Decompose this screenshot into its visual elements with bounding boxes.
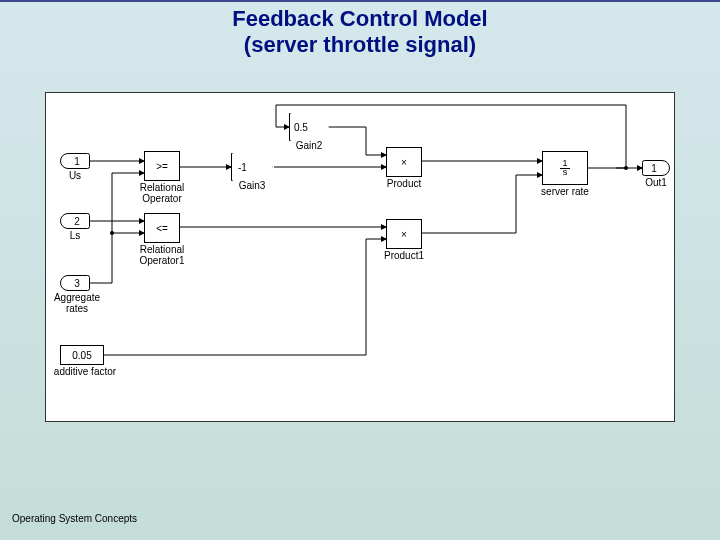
slide-footer: Operating System Concepts (12, 513, 137, 524)
inport-aggregate-label: Aggregate rates (52, 293, 102, 314)
relop-ge-op: >= (156, 161, 168, 172)
product-label: Product (376, 179, 432, 190)
outport-1-num: 1 (651, 163, 657, 174)
product1-label: Product1 (376, 251, 432, 262)
svg-point-1 (624, 166, 628, 170)
integrator-block: 1 s (542, 151, 588, 185)
product1-sym: × (401, 229, 407, 240)
integrator-label: server rate (532, 187, 598, 198)
relop-ge: >= (144, 151, 180, 181)
simulink-diagram: 1 Us 2 Ls 3 Aggregate rates 0.05 additiv… (45, 92, 675, 422)
title-line-2: (server throttle signal) (244, 32, 476, 57)
gain2-val: 0.5 (294, 122, 308, 133)
integrator-frac: 1 s (560, 159, 569, 177)
product1-block: × (386, 219, 422, 249)
inport-ls-label: Ls (60, 231, 90, 242)
gain3-label: Gain3 (231, 181, 273, 192)
outport-1-label: Out1 (638, 178, 674, 189)
slide-title: Feedback Control Model (server throttle … (0, 2, 720, 59)
inport-aggregate-num: 3 (74, 278, 80, 289)
relop-le: <= (144, 213, 180, 243)
svg-point-0 (110, 231, 114, 235)
constant-additive-label: additive factor (50, 367, 120, 378)
inport-ls-num: 2 (74, 216, 80, 227)
gain3-val: -1 (238, 162, 247, 173)
title-line-1: Feedback Control Model (232, 6, 487, 31)
constant-additive-val: 0.05 (72, 350, 91, 361)
relop-le-op: <= (156, 223, 168, 234)
integrator-den: s (561, 167, 570, 177)
gain2-label: Gain2 (289, 141, 329, 152)
constant-additive: 0.05 (60, 345, 104, 365)
inport-us-label: Us (60, 171, 90, 182)
product-block: × (386, 147, 422, 177)
relop-ge-label: Relational Operator (132, 183, 192, 204)
relop-le-label: Relational Operator1 (132, 245, 192, 266)
inport-us: 1 (60, 153, 90, 169)
outport-1: 1 (642, 160, 670, 176)
inport-ls: 2 (60, 213, 90, 229)
product-sym: × (401, 157, 407, 168)
inport-us-num: 1 (74, 156, 80, 167)
inport-aggregate: 3 (60, 275, 90, 291)
